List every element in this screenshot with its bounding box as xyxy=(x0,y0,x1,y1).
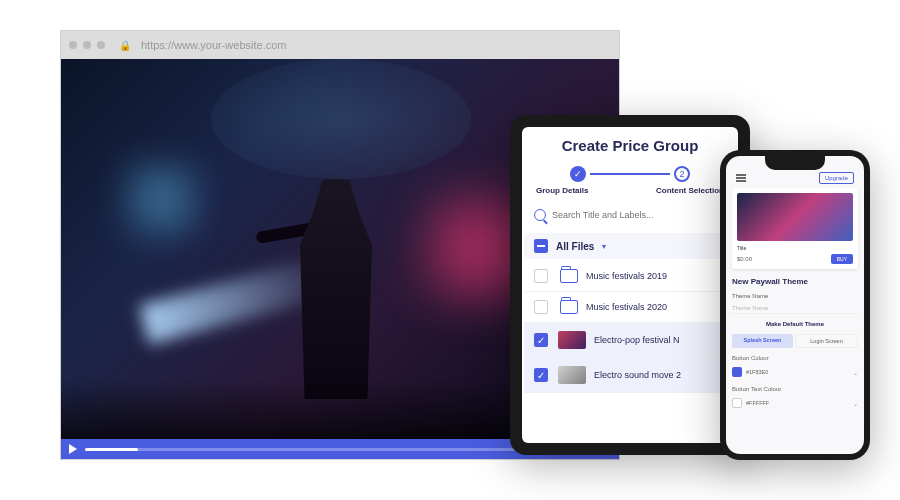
performer-silhouette xyxy=(291,179,381,399)
step-2-label: Content Selection xyxy=(656,186,724,195)
button-color-label: Button Colour xyxy=(732,355,858,361)
all-files-label: All Files xyxy=(556,241,594,252)
checkbox-checked[interactable]: ✓ xyxy=(534,368,548,382)
folder-icon xyxy=(560,300,578,314)
color-value: #1F83E0 xyxy=(746,369,849,375)
section-title: New Paywall Theme xyxy=(732,277,858,286)
buy-button[interactable]: BUY xyxy=(831,254,853,264)
stage-ceiling xyxy=(211,59,471,179)
tabs: Splash Screen Login Screen xyxy=(732,334,858,348)
file-row[interactable]: ✓ Electro-pop festival N xyxy=(524,323,736,358)
theme-name-label: Theme Name xyxy=(732,293,858,299)
chevron-down-icon: ▾ xyxy=(602,242,606,251)
file-row[interactable]: Music festivals 2019 xyxy=(524,261,736,292)
folder-icon xyxy=(560,269,578,283)
video-thumbnail xyxy=(558,331,586,349)
color-value: #FFFFFF xyxy=(746,400,849,406)
stage-light-blue xyxy=(121,159,201,239)
chevron-down-icon: ⌄ xyxy=(853,369,858,376)
file-label: Electro-pop festival N xyxy=(594,335,726,345)
preview-price: $0.00 xyxy=(737,256,752,262)
stepper: ✓ 2 xyxy=(524,166,736,182)
tablet-screen: Create Price Group ✓ 2 Group Details Con… xyxy=(522,127,738,443)
phone-header: Upgrade xyxy=(732,172,858,184)
traffic-light-close[interactable] xyxy=(69,41,77,49)
search-row xyxy=(524,205,736,225)
chevron-down-icon: ⌄ xyxy=(853,400,858,407)
step-1-label: Group Details xyxy=(536,186,588,195)
preview-thumbnail xyxy=(737,193,853,241)
address-bar[interactable]: https://www.your-website.com xyxy=(141,39,287,51)
play-icon[interactable] xyxy=(69,444,77,454)
step-1-done[interactable]: ✓ xyxy=(570,166,586,182)
phone-device: Upgrade Title $0.00 BUY New Paywall Them… xyxy=(720,150,870,460)
select-all-checkbox[interactable] xyxy=(534,239,548,253)
page-title: Create Price Group xyxy=(524,137,736,154)
paywall-preview: Title $0.00 BUY xyxy=(732,188,858,269)
file-label: Music festivals 2020 xyxy=(586,302,726,312)
phone-notch xyxy=(765,156,825,170)
traffic-light-min[interactable] xyxy=(83,41,91,49)
checkbox-checked[interactable]: ✓ xyxy=(534,333,548,347)
lock-icon: 🔒 xyxy=(119,40,131,51)
preview-title: Title xyxy=(737,245,853,251)
tab-login[interactable]: Login Screen xyxy=(795,334,858,348)
traffic-light-max[interactable] xyxy=(97,41,105,49)
menu-icon[interactable] xyxy=(736,174,746,182)
search-input[interactable] xyxy=(552,210,726,220)
button-text-color-picker[interactable]: #FFFFFF ⌄ xyxy=(732,396,858,410)
file-row[interactable]: ✓ Electro sound move 2 xyxy=(524,358,736,393)
step-2-active[interactable]: 2 xyxy=(674,166,690,182)
make-default-button[interactable]: Make Default Theme xyxy=(732,321,858,327)
checkbox[interactable] xyxy=(534,300,548,314)
progress-fill xyxy=(85,448,138,451)
checkbox[interactable] xyxy=(534,269,548,283)
color-swatch xyxy=(732,398,742,408)
file-label: Music festivals 2019 xyxy=(586,271,726,281)
button-color-picker[interactable]: #1F83E0 ⌄ xyxy=(732,365,858,379)
file-label: Electro sound move 2 xyxy=(594,370,726,380)
file-row[interactable]: Music festivals 2020 xyxy=(524,292,736,323)
step-connector xyxy=(590,173,670,175)
step-labels: Group Details Content Selection xyxy=(524,186,736,195)
upgrade-button[interactable]: Upgrade xyxy=(819,172,854,184)
color-swatch xyxy=(732,367,742,377)
button-text-color-label: Button Text Colour xyxy=(732,386,858,392)
tab-splash[interactable]: Splash Screen xyxy=(732,334,793,348)
phone-screen: Upgrade Title $0.00 BUY New Paywall Them… xyxy=(726,156,864,454)
all-files-row[interactable]: All Files ▾ xyxy=(524,233,736,259)
tablet-device: Create Price Group ✓ 2 Group Details Con… xyxy=(510,115,750,455)
theme-name-input[interactable]: Theme Name xyxy=(732,303,858,314)
search-icon xyxy=(534,209,546,221)
browser-chrome: 🔒 https://www.your-website.com xyxy=(61,31,619,59)
video-thumbnail xyxy=(558,366,586,384)
